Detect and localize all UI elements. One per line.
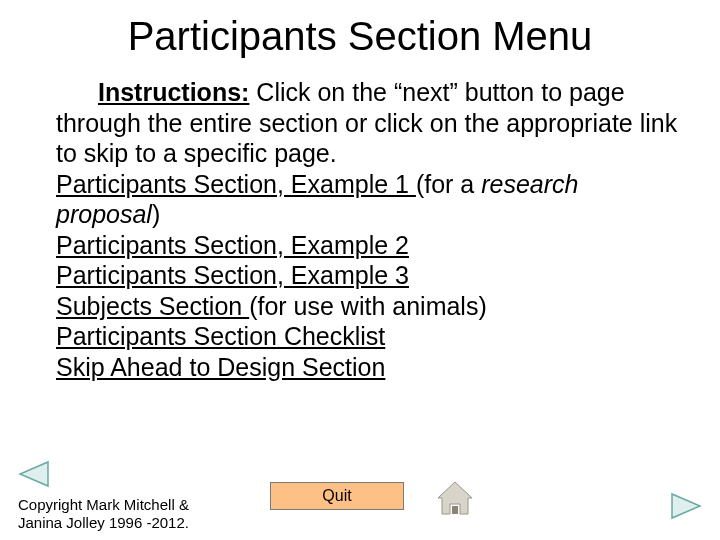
svg-marker-3: [672, 494, 700, 518]
link-example-2[interactable]: Participants Section, Example 2: [56, 231, 409, 259]
quit-button[interactable]: Quit: [270, 482, 404, 510]
copyright-line-2: Janina Jolley 1996 -2012.: [18, 514, 189, 532]
link-subjects[interactable]: Subjects Section: [56, 292, 249, 320]
link-example-1[interactable]: Participants Section, Example 1: [56, 170, 416, 198]
prev-button[interactable]: [16, 460, 50, 492]
next-button[interactable]: [670, 492, 704, 524]
previous-arrow-icon: [16, 460, 50, 488]
link-row-example1: Participants Section, Example 1 (for a r…: [56, 169, 680, 230]
link-checklist[interactable]: Participants Section Checklist: [56, 322, 385, 350]
example1-note-prefix: (for a: [416, 170, 481, 198]
copyright-text: Copyright Mark Mitchell & Janina Jolley …: [18, 496, 189, 532]
svg-rect-2: [452, 506, 458, 514]
example1-note-suffix: ): [152, 200, 160, 228]
subjects-note: (for use with animals): [249, 292, 487, 320]
svg-marker-0: [20, 462, 48, 486]
footer: Copyright Mark Mitchell & Janina Jolley …: [0, 466, 720, 540]
link-example-3[interactable]: Participants Section, Example 3: [56, 261, 409, 289]
next-arrow-icon: [670, 492, 704, 520]
home-button[interactable]: [434, 476, 476, 522]
copyright-line-1: Copyright Mark Mitchell &: [18, 496, 189, 514]
page-title: Participants Section Menu: [0, 0, 720, 77]
instructions-line: Instructions: Click on the “next” button…: [56, 77, 680, 169]
content-body: Instructions: Click on the “next” button…: [0, 77, 720, 382]
home-icon: [434, 476, 476, 518]
link-skip-ahead[interactable]: Skip Ahead to Design Section: [56, 353, 385, 381]
instructions-label: Instructions:: [98, 78, 249, 106]
link-row-subjects: Subjects Section (for use with animals): [56, 291, 680, 322]
